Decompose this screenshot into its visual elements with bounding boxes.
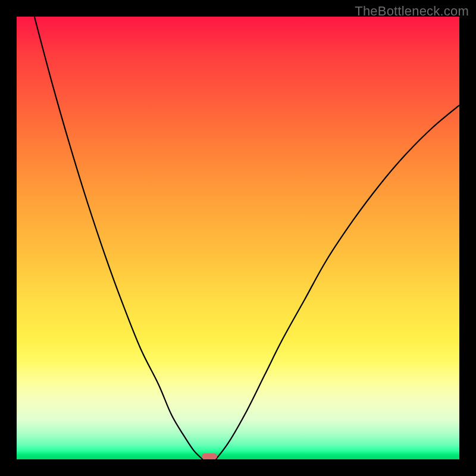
plot-area — [17, 17, 459, 459]
bottleneck-curve — [17, 17, 459, 459]
curve-left — [35, 17, 203, 459]
chart-frame — [17, 17, 459, 459]
curve-right — [216, 105, 459, 459]
minimum-marker — [202, 453, 217, 459]
